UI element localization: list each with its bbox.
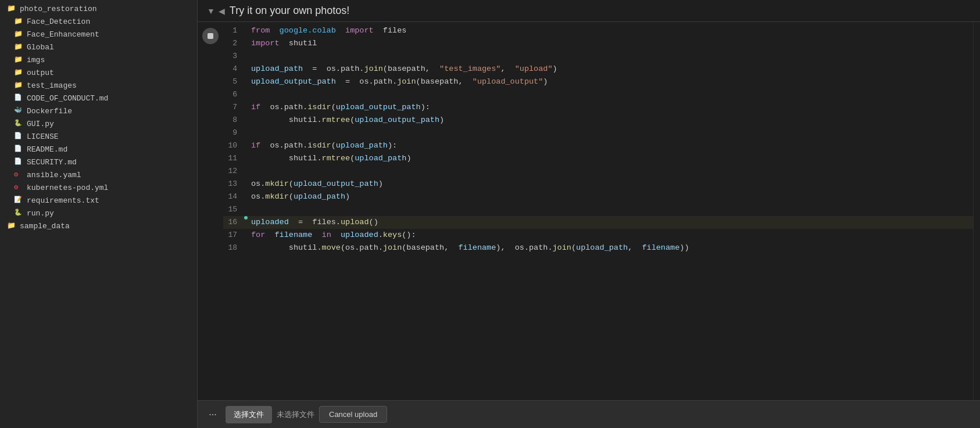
file-icon: 🐍	[14, 208, 23, 218]
line-content: uploaded = files.upload()	[249, 216, 973, 229]
sidebar-item-label: SECURITY.md	[27, 158, 77, 167]
sidebar-item[interactable]: 📁Face_Enhancement	[0, 28, 197, 41]
sidebar-item[interactable]: ⚙ansible.yaml	[0, 168, 197, 181]
code-line: 3	[223, 50, 973, 63]
sidebar-item[interactable]: 📁output	[0, 66, 197, 79]
sidebar-item[interactable]: 🐍run.py	[0, 207, 197, 220]
line-number: 9	[223, 127, 244, 139]
line-number: 13	[223, 178, 244, 190]
line-content: upload_output_path = os.path.join(basepa…	[249, 75, 973, 88]
file-icon: 📄	[14, 93, 23, 103]
folder-icon: 📁	[14, 30, 23, 39]
code-line: 16uploaded = files.upload()	[223, 216, 973, 229]
code-line: 1from google.colab import files	[223, 24, 973, 37]
line-content: shutil.move(os.path.join(basepath, filen…	[249, 242, 973, 254]
line-content: os.mkdir(upload_output_path)	[249, 178, 973, 190]
run-stop-button[interactable]	[202, 28, 219, 44]
line-number: 18	[223, 242, 244, 254]
line-number: 3	[223, 50, 244, 63]
sidebar-item[interactable]: 📄LICENSE	[0, 130, 197, 143]
sidebar-item-label: test_images	[27, 81, 77, 90]
code-line: 10if os.path.isdir(upload_path):	[223, 139, 973, 152]
line-number: 12	[223, 165, 244, 178]
file-icon: 📄	[14, 145, 23, 154]
sidebar-item[interactable]: 📁sample_data	[0, 220, 197, 232]
code-line: 6	[223, 88, 973, 101]
line-content: shutil.rmtree(upload_path)	[249, 152, 973, 165]
code-editor[interactable]: 1from google.colab import files2import s…	[223, 22, 973, 400]
folder-icon: 📁	[14, 68, 23, 77]
folder-icon: 📁	[14, 42, 23, 52]
cancel-upload-button[interactable]: Cancel upload	[319, 406, 387, 423]
code-line: 2import shutil	[223, 37, 973, 50]
folder-icon: 📁	[7, 221, 16, 231]
sidebar-item[interactable]: 🐳Dockerfile	[0, 105, 197, 117]
sidebar-item-label: run.py	[27, 209, 54, 218]
folder-icon: 📁	[14, 55, 23, 64]
line-content	[249, 50, 973, 63]
file-explorer: 📁photo_restoration📁Face_Detection📁Face_E…	[0, 0, 198, 428]
sidebar-item-label: output	[27, 69, 54, 77]
line-content	[249, 203, 973, 216]
line-number: 11	[223, 152, 244, 165]
sidebar-item[interactable]: 📁photo_restoration	[0, 2, 197, 15]
sidebar-item[interactable]: 📁test_images	[0, 79, 197, 92]
sidebar-item[interactable]: 📝requirements.txt	[0, 194, 197, 207]
sidebar-item[interactable]: 📄SECURITY.md	[0, 156, 197, 168]
sidebar-item-label: kubernetes-pod.yml	[27, 184, 108, 192]
choose-file-button[interactable]: 选择文件	[226, 406, 272, 423]
sidebar-item-label: requirements.txt	[27, 196, 99, 205]
executing-indicator	[244, 216, 249, 220]
expand-triangle[interactable]: ◀	[219, 6, 225, 16]
line-content: if os.path.isdir(upload_path):	[249, 139, 973, 152]
file-icon: 📝	[14, 196, 23, 205]
sidebar-item-label: CODE_OF_CONDUCT.md	[27, 94, 108, 103]
collapse-arrow[interactable]: ▼	[207, 6, 215, 16]
bottom-toolbar: ··· 选择文件 未选择文件 Cancel upload	[198, 400, 980, 428]
line-content: for filename in uploaded.keys():	[249, 229, 973, 242]
line-number: 10	[223, 139, 244, 152]
line-number: 8	[223, 114, 244, 127]
no-file-label: 未选择文件	[277, 409, 314, 420]
code-line: 11 shutil.rmtree(upload_path)	[223, 152, 973, 165]
section-title: Try it on your own photos!	[230, 5, 349, 17]
file-icon: 📄	[14, 132, 23, 141]
scrollbar[interactable]	[973, 22, 980, 400]
sidebar-item[interactable]: 📁Global	[0, 41, 197, 53]
more-button[interactable]: ···	[205, 407, 221, 423]
folder-icon: 📁	[14, 81, 23, 90]
sidebar-item-label: ansible.yaml	[27, 171, 81, 179]
line-number: 17	[223, 229, 244, 242]
line-number: 2	[223, 37, 244, 50]
line-content: if os.path.isdir(upload_output_path):	[249, 101, 973, 114]
line-content: import shutil	[249, 37, 973, 50]
line-content	[249, 88, 973, 101]
sidebar-item[interactable]: 📄README.md	[0, 143, 197, 156]
code-line: 15	[223, 203, 973, 216]
sidebar-item[interactable]: 📁imgs	[0, 53, 197, 66]
run-button-area	[198, 22, 223, 400]
line-number: 6	[223, 88, 244, 101]
file-icon: ⚙	[14, 183, 23, 192]
code-line: 13os.mkdir(upload_output_path)	[223, 178, 973, 190]
sidebar-item[interactable]: 📁Face_Detection	[0, 15, 197, 28]
sidebar-item-label: Face_Detection	[27, 17, 90, 26]
sidebar-item[interactable]: ⚙kubernetes-pod.yml	[0, 181, 197, 194]
line-content	[249, 165, 973, 178]
sidebar-item-label: Dockerfile	[27, 107, 72, 116]
sidebar-item[interactable]: 🐍GUI.py	[0, 117, 197, 130]
folder-icon: 📁	[14, 17, 23, 26]
code-line: 8 shutil.rmtree(upload_output_path)	[223, 114, 973, 127]
code-line: 4upload_path = os.path.join(basepath, "t…	[223, 63, 973, 75]
sidebar-item-label: imgs	[27, 56, 45, 64]
line-number: 15	[223, 203, 244, 216]
line-content: shutil.rmtree(upload_output_path)	[249, 114, 973, 127]
sidebar-item[interactable]: 📄CODE_OF_CONDUCT.md	[0, 92, 197, 105]
line-number: 16	[223, 216, 244, 229]
sidebar-item-label: photo_restoration	[20, 5, 97, 13]
section-header: ▼ ◀ Try it on your own photos!	[198, 0, 980, 22]
sidebar-item-label: GUI.py	[27, 120, 54, 128]
sidebar-item-label: README.md	[27, 145, 67, 154]
line-number: 5	[223, 75, 244, 88]
line-content: os.mkdir(upload_path)	[249, 190, 973, 203]
